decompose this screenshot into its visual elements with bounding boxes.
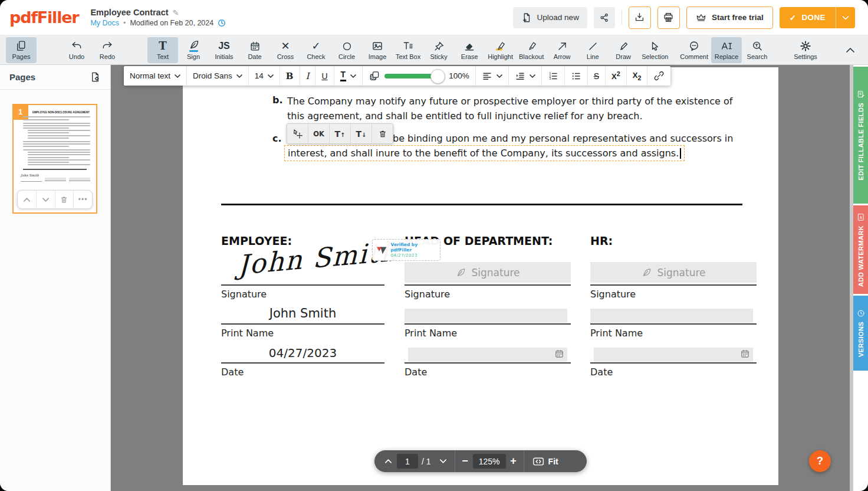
tool-image[interactable]: Image (362, 37, 393, 63)
subscript-button[interactable]: X2 (627, 66, 648, 86)
hod-signature-field[interactable]: Signature (405, 262, 571, 283)
tool-date[interactable]: Date (239, 37, 270, 63)
tool-pages[interactable]: Pages (6, 37, 37, 63)
hr-heading: HR: (590, 234, 757, 247)
tool-cross[interactable]: ✕ Cross (270, 37, 301, 63)
indent-dropdown[interactable] (509, 66, 542, 86)
ok-button[interactable]: OK (308, 124, 330, 143)
tool-settings[interactable]: Settings (790, 37, 821, 63)
main-toolbar: Pages Undo Redo T Text Sign JS Initials (0, 35, 868, 65)
tool-line[interactable]: Line (577, 37, 608, 63)
tool-textbox[interactable]: Text Box (393, 37, 423, 63)
italic-button[interactable]: I (300, 66, 316, 86)
superscript-button[interactable]: X2 (606, 66, 627, 86)
opacity-control[interactable]: 100% (363, 66, 476, 86)
edit-fillable-fields-tab[interactable]: EDIT FILLABLE FIELDS (853, 67, 868, 204)
current-page-input[interactable]: 1 (397, 454, 418, 469)
delete-text-button[interactable] (372, 124, 393, 143)
upload-new-button[interactable]: Upload new (513, 7, 587, 28)
done-dropdown[interactable] (836, 7, 855, 28)
replace-icon (720, 40, 733, 53)
download-button[interactable] (629, 6, 651, 29)
font-family-dropdown[interactable]: Droid Sans (187, 66, 249, 86)
start-free-trial-button[interactable]: Start free trial (686, 6, 773, 29)
text-color-dropdown[interactable]: T (334, 66, 363, 86)
tool-blackout[interactable]: Blackout (516, 37, 547, 63)
section-divider (221, 204, 742, 205)
signature-section: EMPLOYEE: John Smith Signature John Smit… (221, 234, 764, 388)
employee-column: EMPLOYEE: John Smith Signature John Smit… (221, 234, 384, 385)
eraser-icon (463, 40, 475, 53)
fit-button[interactable]: Fit (532, 457, 558, 466)
tool-circle[interactable]: Circle (331, 37, 362, 63)
bullet-list-button[interactable] (565, 66, 588, 86)
tool-erase[interactable]: Erase (454, 37, 485, 63)
link-button[interactable] (647, 66, 670, 86)
hr-print-name-field[interactable] (590, 309, 753, 323)
tool-redo[interactable]: Redo (92, 37, 123, 63)
move-page-up-button[interactable] (18, 191, 37, 208)
page-thumbnail[interactable]: 1 EMPLOYEE NON-DISCLOSURE AGREEMENT John… (12, 104, 97, 214)
tool-draw[interactable]: Draw (608, 37, 639, 63)
hr-date-field[interactable] (594, 348, 753, 362)
tool-check[interactable]: ✓ Check (301, 37, 331, 63)
move-handle[interactable] (287, 124, 308, 143)
watermark-icon: A (857, 213, 865, 221)
numbered-list-button[interactable]: 123 (542, 66, 565, 86)
tool-search[interactable]: Search (742, 37, 772, 63)
sticky-pin-icon (433, 40, 445, 53)
check-icon: ✓ (311, 40, 320, 53)
underline-button[interactable]: U (315, 66, 334, 86)
breadcrumb-my-docs[interactable]: My Docs (90, 19, 119, 27)
zoom-in-button[interactable]: + (506, 455, 521, 467)
align-dropdown[interactable] (476, 66, 509, 86)
help-button[interactable]: ? (809, 450, 831, 472)
done-button[interactable]: ✓ DONE (780, 7, 855, 28)
zoom-level[interactable]: 125% (473, 454, 506, 469)
opacity-slider[interactable] (384, 74, 439, 78)
calendar-icon[interactable] (554, 349, 564, 359)
tool-comment[interactable]: Comment (677, 37, 711, 63)
hod-print-name-field[interactable] (405, 309, 567, 323)
tool-highlight[interactable]: Highlight (485, 37, 516, 63)
delete-page-button[interactable] (55, 191, 74, 208)
tool-text[interactable]: T Text (147, 37, 178, 63)
tool-sign[interactable]: Sign (178, 37, 209, 63)
tool-arrow[interactable]: Arrow (547, 37, 577, 63)
tool-initials[interactable]: JS Initials (209, 37, 239, 63)
zoom-out-button[interactable]: − (458, 455, 473, 467)
slider-handle[interactable] (430, 69, 445, 84)
versions-tab[interactable]: VERSIONS (853, 296, 868, 371)
page-settings-icon[interactable] (90, 71, 101, 83)
signature-placeholder: Signature (471, 267, 520, 279)
employee-print-name[interactable]: John Smith (221, 306, 384, 320)
hr-column: HR: Signature Signature Print Name Date (590, 234, 757, 385)
font-size-dropdown[interactable]: 14 (249, 66, 280, 86)
edit-title-icon[interactable]: ✎ (173, 8, 179, 17)
next-page-button[interactable] (435, 450, 452, 472)
collapse-toolbar-button[interactable] (839, 37, 862, 63)
font-increase-button[interactable]: T↑ (330, 124, 351, 143)
calendar-icon[interactable] (740, 349, 750, 359)
tool-replace[interactable]: Replace (711, 37, 742, 63)
add-watermark-tab[interactable]: A ADD WATERMARK (853, 205, 868, 294)
hr-signature-field[interactable]: Signature (590, 262, 757, 283)
hod-date-field[interactable] (408, 348, 567, 362)
history-clock-icon[interactable] (218, 19, 226, 27)
share-button[interactable] (594, 7, 615, 28)
previous-page-button[interactable] (379, 450, 397, 472)
print-button[interactable] (657, 6, 680, 29)
date-label: Date (221, 366, 244, 378)
tool-undo[interactable]: Undo (61, 37, 92, 63)
font-decrease-button[interactable]: T↓ (351, 124, 372, 143)
strikethrough-button[interactable]: S (588, 66, 606, 86)
tool-sticky[interactable]: Sticky (423, 37, 454, 63)
paragraph-style-dropdown[interactable]: Normal text (124, 66, 187, 86)
active-text-field[interactable]: interest, and shall inure to the benefit… (284, 145, 685, 161)
move-page-down-button[interactable] (37, 191, 55, 208)
header-actions: Upload new Start free trial ✓ DONE (513, 6, 855, 29)
bold-button[interactable]: B (280, 66, 300, 86)
page-more-button[interactable]: ••• (74, 191, 92, 208)
tool-selection[interactable]: Selection (639, 37, 671, 63)
employee-date[interactable]: 04/27/2023 (221, 346, 384, 360)
